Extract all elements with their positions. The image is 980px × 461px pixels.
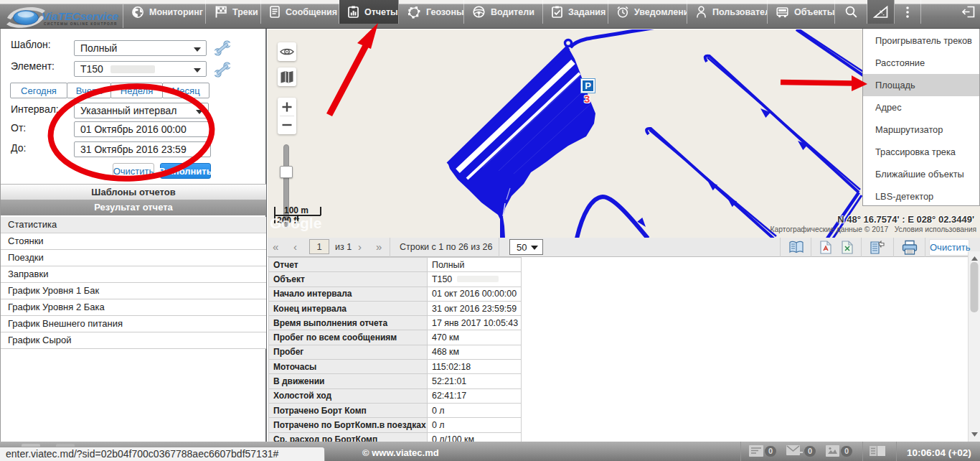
svg-text:СИСТЕМЫ ONLINE КОНТРОЛЯ: СИСТЕМЫ ONLINE КОНТРОЛЯ bbox=[44, 22, 117, 26]
svg-text:100 m: 100 m bbox=[284, 205, 308, 215]
svg-text:ViaTECservice: ViaTECservice bbox=[42, 10, 119, 22]
